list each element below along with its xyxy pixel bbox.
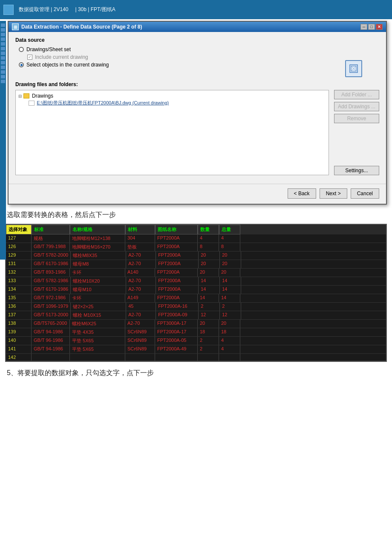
- cell-total: 20: [220, 251, 241, 260]
- cell-mat: A2-70: [126, 251, 156, 260]
- radio-drawings-label: Drawings/Sheet set: [26, 46, 71, 52]
- cell-name: [70, 354, 125, 361]
- radio-select-objects-label: Select objects in the current drawing: [26, 62, 109, 68]
- radio-drawings-row[interactable]: Drawings/Sheet set: [19, 46, 379, 52]
- cancel-button[interactable]: Cancel: [351, 188, 379, 199]
- cell-std: GB/T 94-1986: [32, 345, 70, 353]
- settings-button[interactable]: Settings...: [334, 166, 379, 175]
- table-row[interactable]: 136 GB/T 1096-1979 键2×2×25 45 FPT2000A-1…: [6, 303, 386, 311]
- cell-dwg: FPT2000A-17: [155, 328, 198, 336]
- cell-num: 132: [6, 269, 32, 277]
- toolbar-title: 数据提取管理 | 2V140: [19, 6, 68, 13]
- th-name: 名称/规格: [70, 225, 125, 234]
- cell-total: 4: [219, 345, 240, 353]
- cell-mat: A2-70: [126, 286, 156, 294]
- table-header: 选择对象 标准 名称/规格 材料 图纸名称 数量 总量: [6, 225, 386, 234]
- table-row[interactable]: 142: [6, 354, 386, 361]
- radio-select-objects-row[interactable]: Select objects in the current drawing: [19, 62, 342, 68]
- cell-qty: 20: [199, 251, 220, 260]
- bar-marker: [1, 70, 5, 74]
- cell-std: GB/T 893-1986: [32, 269, 70, 277]
- cell-dwg: FPT2000A: [155, 234, 198, 243]
- cell-name: 螺母M10: [71, 286, 126, 294]
- table-row[interactable]: 129 GB/T 5782-2000 螺栓M8X35 A2-70 FPT2000…: [6, 251, 386, 260]
- cell-mat: A2-70: [126, 260, 156, 268]
- tree-file-node: E:\图纸\带压机图纸\带压机FPT2000A\BJ.dwg (Current …: [29, 100, 326, 106]
- back-button[interactable]: < Back: [288, 188, 316, 199]
- cell-qty: 14: [198, 294, 219, 302]
- cell-qty: 2: [198, 337, 219, 345]
- table-row[interactable]: 137 GB/T 5173-2000 螺栓 M10X15 A2-70 FPT20…: [6, 311, 386, 320]
- table-row[interactable]: 127 规格 地脚螺栓M12×138 304 FPT2000A 4 4: [6, 234, 386, 243]
- cell-num: 131: [6, 260, 32, 268]
- radio-select-objects[interactable]: [19, 62, 24, 67]
- table-row[interactable]: 135 GB/T 972-1986 卡环 A149 FPT2000A 14 14: [6, 294, 386, 303]
- th-qty: 数量: [198, 225, 219, 234]
- select-objects-button[interactable]: [345, 60, 362, 77]
- cell-qty: 20: [198, 320, 219, 328]
- cell-qty: 18: [198, 328, 219, 336]
- cell-name: 平垫 5X65: [70, 345, 125, 353]
- table-row[interactable]: 138 GB/T5765-2000 螺栓M6X25 A2-70 FPT3000A…: [6, 320, 386, 328]
- right-button-group: Add Folder ... Add Drawings ... Remove S…: [334, 90, 379, 175]
- add-folder-button[interactable]: Add Folder ...: [334, 90, 379, 99]
- table-row[interactable]: 132 GB/T 893-1986 卡环 A140 FPT2000A 20 20: [6, 269, 386, 277]
- cell-num: 134: [6, 286, 32, 294]
- data-extraction-dialog: ⊞ Data Extraction - Define Data Source (…: [8, 21, 387, 205]
- tree-expand-icon[interactable]: ⊟: [18, 94, 22, 98]
- close-button[interactable]: ✕: [376, 24, 383, 30]
- cell-std: GB/T 6170-1986: [32, 286, 71, 294]
- remove-button[interactable]: Remove: [334, 114, 379, 123]
- dialog-titlebar: ⊞ Data Extraction - Define Data Source (…: [9, 22, 386, 32]
- top-toolbar: 数据提取管理 | 2V140 | 30b | FPT/图纸A: [0, 0, 392, 19]
- maximize-button[interactable]: □: [368, 24, 375, 30]
- instruction-2: 5、将要提取的数据对象，只勾选文字，点下一步: [7, 369, 385, 378]
- cell-std: 规格: [32, 234, 70, 243]
- th-material: 材料: [125, 225, 155, 234]
- table-row[interactable]: 126 GB/T 799-1988 地脚螺栓M16×270 垫板 FPT2000…: [6, 243, 386, 251]
- next-button[interactable]: Next >: [320, 188, 347, 199]
- cell-mat: A2-70: [125, 320, 155, 328]
- table-row[interactable]: 131 GB/T 6170-1986 螺母M8 A2-70 FPT2000A 2…: [6, 260, 386, 269]
- table-row[interactable]: 134 GB/T 6170-1986 螺母M10 A2-70 FPT2000A …: [6, 286, 386, 294]
- file-tree[interactable]: ⊟ Drawings E:\图纸\带压机图纸\带压机FPT2000A\BJ.dw…: [15, 90, 329, 175]
- bar-marker: [1, 61, 5, 64]
- th-select[interactable]: 选择对象: [6, 225, 32, 234]
- table-row[interactable]: 140 GB/T 96-1986 平垫 5X65 SCr6N89 FPT2000…: [6, 337, 386, 345]
- cell-name: 平垫 5X65: [70, 337, 125, 345]
- cell-total: 14: [220, 286, 241, 294]
- cell-qty: 12: [199, 311, 220, 319]
- cell-num: 140: [6, 337, 32, 345]
- table-row[interactable]: 141 GB/T 94-1986 平垫 5X65 SCr6N89 FPT2000…: [6, 345, 386, 354]
- cell-mat: A2-70: [126, 277, 156, 285]
- cell-num: 136: [6, 303, 32, 311]
- add-drawings-button[interactable]: Add Drawings ...: [334, 102, 379, 111]
- checkbox-include[interactable]: [27, 55, 32, 60]
- cell-mat: A149: [125, 294, 155, 302]
- cell-num: 135: [6, 294, 32, 302]
- bar-marker: [1, 80, 5, 83]
- checkbox-include-row[interactable]: Include current drawing: [27, 54, 379, 60]
- cell-dwg: FPT2000A-16: [156, 303, 199, 311]
- cell-name: 平垫 4X35: [70, 328, 125, 336]
- cell-name: 地脚螺栓M12×138: [70, 234, 125, 243]
- table-row[interactable]: 139 GB/T 94-1986 平垫 4X35 SCr6N89 FPT2000…: [6, 328, 386, 337]
- bar-marker: [1, 47, 5, 50]
- cell-name: 螺栓M10X20: [71, 277, 126, 285]
- radio-drawings[interactable]: [19, 47, 24, 52]
- cell-mat: A2-70: [126, 311, 156, 319]
- cell-total: 4: [219, 234, 240, 243]
- minimize-button[interactable]: ─: [360, 24, 367, 30]
- table-row[interactable]: 133 GB/T 5782-1986 螺栓M10X20 A2-70 FPT200…: [6, 277, 386, 286]
- cell-mat: SCr6N89: [125, 328, 155, 336]
- cell-num: 141: [6, 345, 32, 353]
- cell-dwg: FPT2000A-09: [156, 311, 199, 319]
- bar-marker: [1, 75, 5, 78]
- cell-num: 142: [6, 354, 32, 361]
- cell-name: 螺栓M8X35: [71, 251, 126, 260]
- cell-qty: 2: [198, 345, 219, 353]
- cell-std: [32, 354, 70, 361]
- th-standard: 标准: [32, 225, 70, 234]
- dialog-footer: < Back Next > Cancel: [9, 184, 386, 204]
- cell-dwg: FPT3000A-17: [155, 320, 198, 328]
